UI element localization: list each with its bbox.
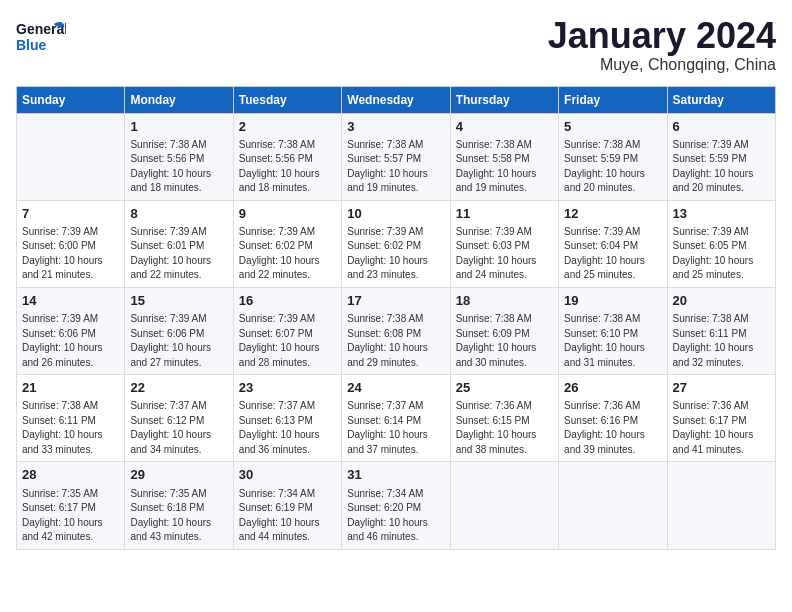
day-number: 15 [130,292,227,310]
weekday-header-tuesday: Tuesday [233,86,341,113]
day-number: 22 [130,379,227,397]
day-number: 4 [456,118,553,136]
calendar-cell: 1Sunrise: 7:38 AMSunset: 5:56 PMDaylight… [125,113,233,200]
calendar-cell: 17Sunrise: 7:38 AMSunset: 6:08 PMDayligh… [342,287,450,374]
calendar-cell: 24Sunrise: 7:37 AMSunset: 6:14 PMDayligh… [342,375,450,462]
day-number: 26 [564,379,661,397]
calendar-cell: 3Sunrise: 7:38 AMSunset: 5:57 PMDaylight… [342,113,450,200]
day-number: 9 [239,205,336,223]
calendar-cell: 2Sunrise: 7:38 AMSunset: 5:56 PMDaylight… [233,113,341,200]
day-info: Sunrise: 7:39 AMSunset: 6:02 PMDaylight:… [347,225,444,283]
calendar-cell: 27Sunrise: 7:36 AMSunset: 6:17 PMDayligh… [667,375,775,462]
day-info: Sunrise: 7:38 AMSunset: 6:10 PMDaylight:… [564,312,661,370]
day-number: 13 [673,205,770,223]
calendar-table: SundayMondayTuesdayWednesdayThursdayFrid… [16,86,776,550]
location-text: Muye, Chongqing, China [548,56,776,74]
day-info: Sunrise: 7:38 AMSunset: 6:11 PMDaylight:… [22,399,119,457]
day-number: 5 [564,118,661,136]
calendar-cell: 20Sunrise: 7:38 AMSunset: 6:11 PMDayligh… [667,287,775,374]
weekday-header-monday: Monday [125,86,233,113]
calendar-week-row: 14Sunrise: 7:39 AMSunset: 6:06 PMDayligh… [17,287,776,374]
day-number: 29 [130,466,227,484]
day-info: Sunrise: 7:38 AMSunset: 6:11 PMDaylight:… [673,312,770,370]
day-number: 24 [347,379,444,397]
day-info: Sunrise: 7:39 AMSunset: 5:59 PMDaylight:… [673,138,770,196]
day-info: Sunrise: 7:39 AMSunset: 6:03 PMDaylight:… [456,225,553,283]
calendar-week-row: 1Sunrise: 7:38 AMSunset: 5:56 PMDaylight… [17,113,776,200]
calendar-cell: 15Sunrise: 7:39 AMSunset: 6:06 PMDayligh… [125,287,233,374]
calendar-cell: 6Sunrise: 7:39 AMSunset: 5:59 PMDaylight… [667,113,775,200]
day-info: Sunrise: 7:38 AMSunset: 6:08 PMDaylight:… [347,312,444,370]
day-info: Sunrise: 7:36 AMSunset: 6:16 PMDaylight:… [564,399,661,457]
day-info: Sunrise: 7:38 AMSunset: 5:56 PMDaylight:… [239,138,336,196]
day-info: Sunrise: 7:39 AMSunset: 6:04 PMDaylight:… [564,225,661,283]
svg-text:Blue: Blue [16,37,47,53]
day-number: 31 [347,466,444,484]
calendar-cell [667,462,775,549]
day-number: 28 [22,466,119,484]
day-number: 10 [347,205,444,223]
day-info: Sunrise: 7:39 AMSunset: 6:05 PMDaylight:… [673,225,770,283]
calendar-cell: 30Sunrise: 7:34 AMSunset: 6:19 PMDayligh… [233,462,341,549]
day-number: 12 [564,205,661,223]
day-info: Sunrise: 7:38 AMSunset: 5:58 PMDaylight:… [456,138,553,196]
day-number: 3 [347,118,444,136]
day-number: 16 [239,292,336,310]
calendar-cell: 8Sunrise: 7:39 AMSunset: 6:01 PMDaylight… [125,200,233,287]
calendar-cell: 10Sunrise: 7:39 AMSunset: 6:02 PMDayligh… [342,200,450,287]
calendar-cell: 25Sunrise: 7:36 AMSunset: 6:15 PMDayligh… [450,375,558,462]
calendar-cell: 4Sunrise: 7:38 AMSunset: 5:58 PMDaylight… [450,113,558,200]
weekday-header-row: SundayMondayTuesdayWednesdayThursdayFrid… [17,86,776,113]
calendar-cell: 12Sunrise: 7:39 AMSunset: 6:04 PMDayligh… [559,200,667,287]
day-number: 23 [239,379,336,397]
day-number: 25 [456,379,553,397]
calendar-cell [450,462,558,549]
calendar-week-row: 21Sunrise: 7:38 AMSunset: 6:11 PMDayligh… [17,375,776,462]
day-info: Sunrise: 7:36 AMSunset: 6:15 PMDaylight:… [456,399,553,457]
day-number: 17 [347,292,444,310]
day-info: Sunrise: 7:34 AMSunset: 6:20 PMDaylight:… [347,487,444,545]
day-number: 11 [456,205,553,223]
day-number: 20 [673,292,770,310]
day-info: Sunrise: 7:37 AMSunset: 6:12 PMDaylight:… [130,399,227,457]
weekday-header-wednesday: Wednesday [342,86,450,113]
day-info: Sunrise: 7:35 AMSunset: 6:17 PMDaylight:… [22,487,119,545]
calendar-cell [559,462,667,549]
calendar-cell: 18Sunrise: 7:38 AMSunset: 6:09 PMDayligh… [450,287,558,374]
day-number: 18 [456,292,553,310]
day-number: 6 [673,118,770,136]
calendar-cell: 31Sunrise: 7:34 AMSunset: 6:20 PMDayligh… [342,462,450,549]
weekday-header-thursday: Thursday [450,86,558,113]
day-info: Sunrise: 7:39 AMSunset: 6:00 PMDaylight:… [22,225,119,283]
day-number: 30 [239,466,336,484]
day-number: 19 [564,292,661,310]
day-number: 2 [239,118,336,136]
calendar-cell [17,113,125,200]
calendar-cell: 19Sunrise: 7:38 AMSunset: 6:10 PMDayligh… [559,287,667,374]
day-info: Sunrise: 7:36 AMSunset: 6:17 PMDaylight:… [673,399,770,457]
day-number: 7 [22,205,119,223]
logo: General Blue [16,16,66,56]
calendar-week-row: 7Sunrise: 7:39 AMSunset: 6:00 PMDaylight… [17,200,776,287]
day-info: Sunrise: 7:38 AMSunset: 5:57 PMDaylight:… [347,138,444,196]
calendar-cell: 16Sunrise: 7:39 AMSunset: 6:07 PMDayligh… [233,287,341,374]
day-info: Sunrise: 7:38 AMSunset: 5:56 PMDaylight:… [130,138,227,196]
calendar-cell: 7Sunrise: 7:39 AMSunset: 6:00 PMDaylight… [17,200,125,287]
day-info: Sunrise: 7:35 AMSunset: 6:18 PMDaylight:… [130,487,227,545]
calendar-cell: 28Sunrise: 7:35 AMSunset: 6:17 PMDayligh… [17,462,125,549]
weekday-header-friday: Friday [559,86,667,113]
calendar-cell: 22Sunrise: 7:37 AMSunset: 6:12 PMDayligh… [125,375,233,462]
day-info: Sunrise: 7:34 AMSunset: 6:19 PMDaylight:… [239,487,336,545]
day-info: Sunrise: 7:38 AMSunset: 5:59 PMDaylight:… [564,138,661,196]
day-info: Sunrise: 7:39 AMSunset: 6:06 PMDaylight:… [22,312,119,370]
day-info: Sunrise: 7:37 AMSunset: 6:14 PMDaylight:… [347,399,444,457]
day-info: Sunrise: 7:39 AMSunset: 6:02 PMDaylight:… [239,225,336,283]
calendar-cell: 13Sunrise: 7:39 AMSunset: 6:05 PMDayligh… [667,200,775,287]
day-number: 1 [130,118,227,136]
day-info: Sunrise: 7:39 AMSunset: 6:06 PMDaylight:… [130,312,227,370]
day-info: Sunrise: 7:39 AMSunset: 6:07 PMDaylight:… [239,312,336,370]
calendar-cell: 23Sunrise: 7:37 AMSunset: 6:13 PMDayligh… [233,375,341,462]
logo-icon: General Blue [16,16,66,56]
calendar-cell: 5Sunrise: 7:38 AMSunset: 5:59 PMDaylight… [559,113,667,200]
day-info: Sunrise: 7:37 AMSunset: 6:13 PMDaylight:… [239,399,336,457]
